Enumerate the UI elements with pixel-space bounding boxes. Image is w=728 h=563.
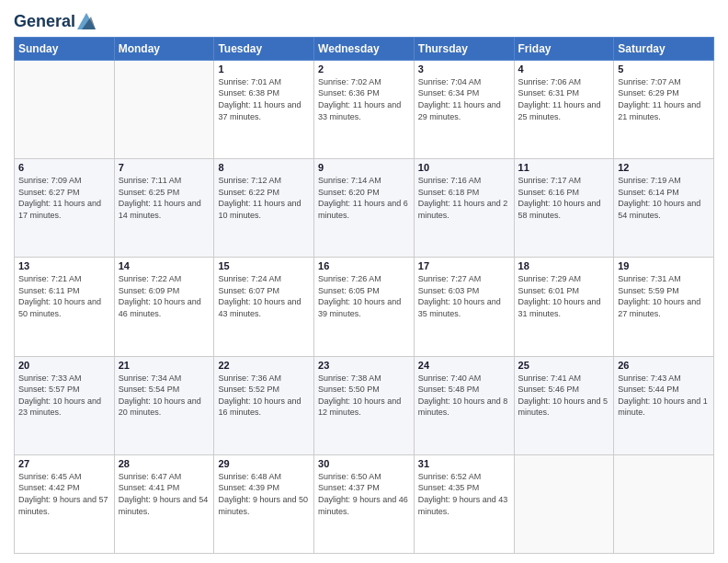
- day-number: 4: [518, 63, 610, 75]
- day-info: Sunrise: 7:21 AM Sunset: 6:11 PM Dayligh…: [18, 273, 110, 319]
- day-info: Sunrise: 7:27 AM Sunset: 6:03 PM Dayligh…: [418, 273, 510, 319]
- calendar-cell: 3Sunrise: 7:04 AM Sunset: 6:34 PM Daylig…: [414, 60, 514, 158]
- calendar-header-thursday: Thursday: [414, 37, 514, 60]
- calendar-header-monday: Monday: [114, 37, 214, 60]
- calendar-cell: 20Sunrise: 7:33 AM Sunset: 5:57 PM Dayli…: [15, 356, 115, 454]
- calendar: SundayMondayTuesdayWednesdayThursdayFrid…: [14, 37, 714, 554]
- calendar-cell: 9Sunrise: 7:14 AM Sunset: 6:20 PM Daylig…: [314, 159, 415, 258]
- calendar-header-friday: Friday: [514, 37, 614, 60]
- day-info: Sunrise: 7:14 AM Sunset: 6:20 PM Dayligh…: [318, 175, 410, 221]
- day-info: Sunrise: 6:50 AM Sunset: 4:37 PM Dayligh…: [318, 471, 410, 517]
- logo-icon: [77, 13, 96, 29]
- day-number: 11: [518, 162, 610, 173]
- day-info: Sunrise: 7:43 AM Sunset: 5:44 PM Dayligh…: [618, 373, 710, 419]
- day-number: 15: [218, 260, 310, 271]
- calendar-cell: 12Sunrise: 7:19 AM Sunset: 6:14 PM Dayli…: [614, 159, 714, 258]
- day-info: Sunrise: 7:17 AM Sunset: 6:16 PM Dayligh…: [518, 175, 610, 221]
- day-number: 12: [618, 162, 710, 173]
- calendar-cell: 18Sunrise: 7:29 AM Sunset: 6:01 PM Dayli…: [514, 258, 614, 356]
- page: General SundayMondayTuesdayWednesdayThur…: [0, 0, 728, 563]
- logo-text: General: [14, 13, 75, 31]
- calendar-cell: 21Sunrise: 7:34 AM Sunset: 5:54 PM Dayli…: [114, 356, 214, 454]
- day-number: 24: [418, 360, 510, 371]
- day-number: 7: [119, 162, 210, 173]
- header: General: [14, 9, 714, 31]
- calendar-cell: [15, 60, 115, 158]
- calendar-cell: 17Sunrise: 7:27 AM Sunset: 6:03 PM Dayli…: [414, 258, 514, 356]
- day-number: 16: [318, 260, 410, 271]
- calendar-header-sunday: Sunday: [15, 37, 115, 60]
- calendar-cell: 15Sunrise: 7:24 AM Sunset: 6:07 PM Dayli…: [214, 258, 314, 356]
- calendar-header-saturday: Saturday: [614, 37, 714, 60]
- calendar-cell: 4Sunrise: 7:06 AM Sunset: 6:31 PM Daylig…: [514, 60, 614, 158]
- calendar-cell: [514, 454, 614, 553]
- calendar-cell: 27Sunrise: 6:45 AM Sunset: 4:42 PM Dayli…: [15, 454, 115, 553]
- day-info: Sunrise: 7:24 AM Sunset: 6:07 PM Dayligh…: [218, 273, 310, 319]
- calendar-cell: 31Sunrise: 6:52 AM Sunset: 4:35 PM Dayli…: [414, 454, 514, 553]
- calendar-cell: 22Sunrise: 7:36 AM Sunset: 5:52 PM Dayli…: [214, 356, 314, 454]
- day-number: 14: [119, 260, 210, 271]
- day-info: Sunrise: 7:06 AM Sunset: 6:31 PM Dayligh…: [518, 76, 610, 122]
- day-number: 23: [318, 360, 410, 371]
- day-info: Sunrise: 7:02 AM Sunset: 6:36 PM Dayligh…: [318, 76, 410, 122]
- calendar-cell: 19Sunrise: 7:31 AM Sunset: 5:59 PM Dayli…: [614, 258, 714, 356]
- day-info: Sunrise: 7:33 AM Sunset: 5:57 PM Dayligh…: [18, 373, 110, 419]
- day-number: 18: [518, 260, 610, 271]
- calendar-cell: 26Sunrise: 7:43 AM Sunset: 5:44 PM Dayli…: [614, 356, 714, 454]
- day-number: 26: [618, 360, 710, 371]
- day-number: 27: [18, 458, 110, 469]
- calendar-cell: 23Sunrise: 7:38 AM Sunset: 5:50 PM Dayli…: [314, 356, 415, 454]
- day-info: Sunrise: 6:52 AM Sunset: 4:35 PM Dayligh…: [418, 471, 510, 517]
- day-number: 28: [119, 458, 210, 469]
- day-number: 2: [318, 63, 410, 75]
- day-info: Sunrise: 7:04 AM Sunset: 6:34 PM Dayligh…: [418, 76, 510, 122]
- day-number: 25: [518, 360, 610, 371]
- day-number: 19: [618, 260, 710, 271]
- day-number: 22: [218, 360, 310, 371]
- calendar-cell: 2Sunrise: 7:02 AM Sunset: 6:36 PM Daylig…: [314, 60, 415, 158]
- day-info: Sunrise: 7:12 AM Sunset: 6:22 PM Dayligh…: [218, 175, 310, 221]
- day-number: 3: [418, 63, 510, 75]
- calendar-cell: 8Sunrise: 7:12 AM Sunset: 6:22 PM Daylig…: [214, 159, 314, 258]
- calendar-cell: [614, 454, 714, 553]
- calendar-cell: 7Sunrise: 7:11 AM Sunset: 6:25 PM Daylig…: [114, 159, 214, 258]
- day-info: Sunrise: 6:45 AM Sunset: 4:42 PM Dayligh…: [18, 471, 110, 517]
- calendar-header-wednesday: Wednesday: [314, 37, 415, 60]
- day-info: Sunrise: 7:16 AM Sunset: 6:18 PM Dayligh…: [418, 175, 510, 221]
- day-info: Sunrise: 7:36 AM Sunset: 5:52 PM Dayligh…: [218, 373, 310, 419]
- day-number: 13: [18, 260, 110, 271]
- day-info: Sunrise: 7:01 AM Sunset: 6:38 PM Dayligh…: [218, 76, 310, 122]
- day-info: Sunrise: 7:26 AM Sunset: 6:05 PM Dayligh…: [318, 273, 410, 319]
- day-number: 30: [318, 458, 410, 469]
- calendar-cell: 14Sunrise: 7:22 AM Sunset: 6:09 PM Dayli…: [114, 258, 214, 356]
- calendar-cell: 16Sunrise: 7:26 AM Sunset: 6:05 PM Dayli…: [314, 258, 415, 356]
- day-info: Sunrise: 7:34 AM Sunset: 5:54 PM Dayligh…: [119, 373, 210, 419]
- calendar-header-tuesday: Tuesday: [214, 37, 314, 60]
- day-number: 29: [218, 458, 310, 469]
- day-info: Sunrise: 7:41 AM Sunset: 5:46 PM Dayligh…: [518, 373, 610, 419]
- day-info: Sunrise: 7:38 AM Sunset: 5:50 PM Dayligh…: [318, 373, 410, 419]
- day-info: Sunrise: 6:47 AM Sunset: 4:41 PM Dayligh…: [119, 471, 210, 517]
- day-info: Sunrise: 7:22 AM Sunset: 6:09 PM Dayligh…: [119, 273, 210, 319]
- day-info: Sunrise: 7:19 AM Sunset: 6:14 PM Dayligh…: [618, 175, 710, 221]
- calendar-cell: 28Sunrise: 6:47 AM Sunset: 4:41 PM Dayli…: [114, 454, 214, 553]
- calendar-cell: 11Sunrise: 7:17 AM Sunset: 6:16 PM Dayli…: [514, 159, 614, 258]
- calendar-cell: 1Sunrise: 7:01 AM Sunset: 6:38 PM Daylig…: [214, 60, 314, 158]
- day-number: 5: [618, 63, 710, 75]
- day-number: 10: [418, 162, 510, 173]
- logo: General: [14, 13, 96, 31]
- day-number: 20: [18, 360, 110, 371]
- day-info: Sunrise: 7:07 AM Sunset: 6:29 PM Dayligh…: [618, 76, 710, 122]
- day-number: 8: [218, 162, 310, 173]
- calendar-cell: 13Sunrise: 7:21 AM Sunset: 6:11 PM Dayli…: [15, 258, 115, 356]
- calendar-cell: 24Sunrise: 7:40 AM Sunset: 5:48 PM Dayli…: [414, 356, 514, 454]
- calendar-cell: [114, 60, 214, 158]
- day-info: Sunrise: 7:11 AM Sunset: 6:25 PM Dayligh…: [119, 175, 210, 221]
- calendar-cell: 10Sunrise: 7:16 AM Sunset: 6:18 PM Dayli…: [414, 159, 514, 258]
- day-info: Sunrise: 7:40 AM Sunset: 5:48 PM Dayligh…: [418, 373, 510, 419]
- day-number: 21: [119, 360, 210, 371]
- day-number: 31: [418, 458, 510, 469]
- calendar-cell: 30Sunrise: 6:50 AM Sunset: 4:37 PM Dayli…: [314, 454, 415, 553]
- calendar-cell: 5Sunrise: 7:07 AM Sunset: 6:29 PM Daylig…: [614, 60, 714, 158]
- calendar-cell: 6Sunrise: 7:09 AM Sunset: 6:27 PM Daylig…: [15, 159, 115, 258]
